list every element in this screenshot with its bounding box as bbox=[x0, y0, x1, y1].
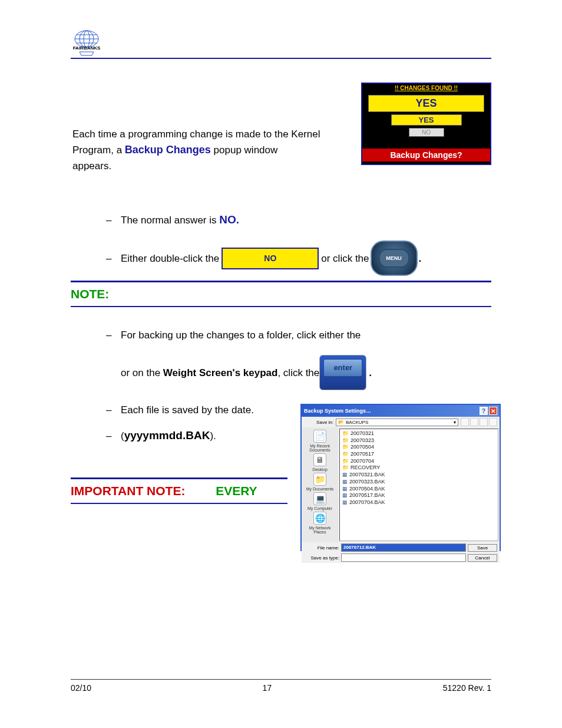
important-note-bar: IMPORTANT NOTE: EVERY bbox=[71, 477, 287, 504]
list-item[interactable]: 📁RECOVERY bbox=[341, 465, 497, 472]
folder-icon: 📁 bbox=[342, 444, 349, 451]
list-item[interactable]: ▦20070321.BAK bbox=[341, 472, 497, 479]
fairbanks-logo: FAIRBANKS bbox=[71, 28, 103, 58]
list-item[interactable]: 📁20070321 bbox=[341, 430, 497, 437]
note-heading-text: NOTE: bbox=[71, 287, 109, 301]
enter-button-label: enter bbox=[323, 359, 362, 377]
save-dialog: Backup System Settings… ? ✕ Save in: 📂 B… bbox=[300, 404, 501, 551]
intro-line3: appears. bbox=[72, 160, 111, 172]
sidebar-label: My Computer bbox=[308, 506, 332, 510]
bullet-1-2: – Either double-click the NO or click th… bbox=[106, 241, 421, 276]
popup-no-button[interactable]: NO bbox=[409, 128, 444, 137]
back-icon[interactable] bbox=[461, 418, 469, 426]
footer-date: 02/10 bbox=[71, 683, 91, 693]
desktop-icon[interactable]: 🖥 bbox=[313, 453, 326, 466]
b2-mid: or click the bbox=[321, 251, 369, 266]
b1-no-term: NO. bbox=[219, 213, 239, 226]
inline-no-button[interactable]: NO bbox=[222, 248, 319, 269]
folder-icon: 📁 bbox=[342, 430, 349, 437]
close-icon[interactable]: ✕ bbox=[489, 407, 497, 415]
sidebar-label: My Recent Documents bbox=[303, 444, 337, 452]
date-format-term: yyyymmdd.BAK bbox=[124, 429, 210, 442]
popup-yes-big-button[interactable]: YES bbox=[368, 95, 484, 112]
folder-icon: 📁 bbox=[342, 437, 349, 444]
filename-input[interactable]: 20070712.BAK bbox=[341, 543, 466, 552]
b2-1-text: For backing up the changes to a folder, … bbox=[121, 327, 361, 343]
savein-dropdown[interactable]: 📂 BACKUPS ▾ bbox=[336, 419, 458, 426]
file-icon: ▦ bbox=[342, 479, 348, 486]
file-icon: ▦ bbox=[342, 486, 348, 493]
intro-line1: Each time a programming change is made t… bbox=[72, 129, 320, 140]
up-icon[interactable] bbox=[470, 418, 478, 426]
file-icon: ▦ bbox=[342, 492, 348, 499]
filetype-label: Save as type: bbox=[304, 555, 339, 561]
b2-4-post: ). bbox=[210, 430, 216, 442]
b2-3-text: Each file is saved by the date. bbox=[121, 402, 254, 418]
toolbar-icons bbox=[461, 418, 497, 426]
b1-pre: The normal answer is bbox=[121, 215, 219, 226]
savein-label: Save in: bbox=[304, 420, 333, 425]
list-item[interactable]: 📁20070504 bbox=[341, 444, 497, 451]
folder-icon: 📁 bbox=[342, 465, 349, 472]
weight-screen-keypad-term: Weight Screen's keypad bbox=[163, 367, 278, 378]
popup-footer: Backup Changes? bbox=[362, 149, 490, 162]
list-item[interactable]: 📁20070323 bbox=[341, 437, 497, 444]
dialog-sidebar: 📄 My Recent Documents 🖥 Desktop 📁 My Doc… bbox=[302, 427, 338, 542]
intro-line2-pre: Program, a bbox=[72, 144, 125, 156]
folder-icon: 📁 bbox=[342, 451, 349, 458]
list-item[interactable]: ▦20070504.BAK bbox=[341, 486, 497, 493]
list-item[interactable]: 📁20070517 bbox=[341, 451, 497, 458]
views-icon[interactable] bbox=[489, 418, 497, 426]
page-header: FAIRBANKS bbox=[71, 29, 491, 59]
recent-docs-icon[interactable]: 📄 bbox=[313, 430, 326, 443]
b2-pre: Either double-click the bbox=[121, 251, 219, 266]
file-list[interactable]: 📁20070321 📁20070323 📁20070504 📁20070517 … bbox=[339, 429, 498, 541]
dash-icon: – bbox=[106, 402, 121, 418]
bullet-2-2: or on the Weight Screen's keypad, click … bbox=[121, 355, 372, 390]
important-note-red: IMPORTANT NOTE: bbox=[71, 484, 185, 498]
important-note-green: EVERY bbox=[216, 484, 257, 498]
popup-yes-med-button[interactable]: YES bbox=[391, 114, 462, 126]
file-icon: ▦ bbox=[342, 472, 348, 479]
b2-2-end: . bbox=[369, 365, 372, 381]
sidebar-label: My Documents bbox=[306, 487, 334, 491]
cancel-button[interactable]: Cancel bbox=[468, 554, 497, 562]
sidebar-label: Desktop bbox=[312, 467, 328, 472]
b2-2-post: , click the bbox=[277, 367, 319, 378]
svg-text:FAIRBANKS: FAIRBANKS bbox=[73, 45, 101, 51]
menu-button-label: MENU bbox=[379, 249, 409, 268]
b2-2-pre: or on the bbox=[121, 367, 163, 378]
chevron-down-icon: ▾ bbox=[454, 420, 456, 425]
footer-rev: 51220 Rev. 1 bbox=[443, 683, 491, 693]
menu-button[interactable]: MENU bbox=[371, 241, 418, 276]
dash-icon: – bbox=[106, 428, 121, 444]
save-button[interactable]: Save bbox=[468, 544, 497, 552]
savein-value: BACKUPS bbox=[346, 420, 368, 425]
newfolder-icon[interactable] bbox=[480, 418, 488, 426]
intro-line2-post: popup window bbox=[211, 144, 277, 156]
my-computer-icon[interactable]: 💻 bbox=[313, 492, 326, 505]
backup-changes-popup: !! CHANGES FOUND !! YES YES NO Backup Ch… bbox=[361, 83, 491, 165]
note-heading-bar: NOTE: bbox=[71, 281, 491, 307]
my-documents-icon[interactable]: 📁 bbox=[313, 473, 326, 486]
list-item[interactable]: 📁20070704 bbox=[341, 458, 497, 465]
help-icon[interactable]: ? bbox=[480, 407, 488, 415]
dialog-titlebar: Backup System Settings… ? ✕ bbox=[302, 405, 500, 417]
page-footer: 02/10 17 51220 Rev. 1 bbox=[71, 679, 491, 693]
b2-end: . bbox=[419, 251, 422, 266]
list-item[interactable]: ▦20070323.BAK bbox=[341, 479, 497, 486]
dialog-bottom: File name: 20070712.BAK Save Save as typ… bbox=[302, 542, 500, 563]
bullet-2-1: – For backing up the changes to a folder… bbox=[106, 327, 372, 343]
dialog-toolbar: Save in: 📂 BACKUPS ▾ bbox=[302, 417, 500, 427]
enter-button[interactable]: enter bbox=[319, 355, 366, 390]
dash-icon: – bbox=[106, 327, 121, 343]
bullet-list-1: – The normal answer is NO. – Either doub… bbox=[106, 211, 421, 288]
bullet-1-1: – The normal answer is NO. bbox=[106, 211, 421, 229]
filetype-dropdown[interactable] bbox=[341, 554, 466, 562]
list-item[interactable]: ▦20070704.BAK bbox=[341, 499, 497, 506]
network-places-icon[interactable]: 🌐 bbox=[313, 512, 326, 525]
dash-icon: – bbox=[106, 251, 121, 266]
list-item[interactable]: ▦20070517.BAK bbox=[341, 492, 497, 499]
dash-icon: – bbox=[106, 212, 121, 228]
popup-title: !! CHANGES FOUND !! bbox=[362, 84, 490, 93]
